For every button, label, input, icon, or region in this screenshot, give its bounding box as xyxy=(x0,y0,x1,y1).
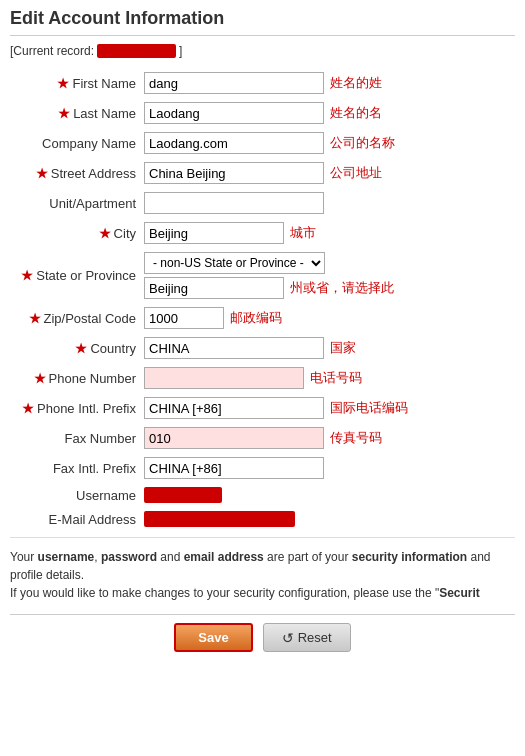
table-row: Fax Intl. Prefix xyxy=(10,453,515,483)
note-text: Your username, password and email addres… xyxy=(10,548,515,584)
phone-intl-input[interactable] xyxy=(144,397,324,419)
unit-apartment-input-cell xyxy=(144,192,511,214)
city-label: ★City xyxy=(10,218,140,248)
required-star: ★ xyxy=(75,341,87,356)
last-name-label: ★Last Name xyxy=(10,98,140,128)
page-title: Edit Account Information xyxy=(10,8,515,36)
table-row: ★Phone Intl. Prefix 国际电话编码 xyxy=(10,393,515,423)
current-record-row: [Current record: HIDDEN ] xyxy=(10,44,515,58)
unit-apartment-label: Unit/Apartment xyxy=(10,188,140,218)
required-star: ★ xyxy=(36,166,48,181)
table-row: ★Last Name 姓名的名 xyxy=(10,98,515,128)
street-address-input[interactable] xyxy=(144,162,324,184)
state-select[interactable]: - non-US State or Province - xyxy=(144,252,325,274)
required-star: ★ xyxy=(21,268,33,283)
zip-input[interactable] xyxy=(144,307,224,329)
table-row: E-Mail Address xyxy=(10,507,515,531)
street-address-annotation: 公司地址 xyxy=(330,164,382,182)
username-input-cell xyxy=(144,487,511,503)
note-text2: If you would like to make changes to you… xyxy=(10,584,515,602)
company-name-input[interactable] xyxy=(144,132,324,154)
table-row: ★First Name 姓名的姓 xyxy=(10,68,515,98)
email-input-cell xyxy=(144,511,511,527)
username-value xyxy=(144,487,222,503)
phone-input[interactable] xyxy=(144,367,304,389)
phone-annotation: 电话号码 xyxy=(310,369,362,387)
fax-intl-label: Fax Intl. Prefix xyxy=(10,453,140,483)
last-name-annotation: 姓名的名 xyxy=(330,104,382,122)
table-row: ★State or Province - non-US State or Pro… xyxy=(10,248,515,303)
reset-arrow-icon: ↺ xyxy=(282,630,294,646)
required-star: ★ xyxy=(29,311,41,326)
fax-input[interactable] xyxy=(144,427,324,449)
reset-button[interactable]: ↺ Reset xyxy=(263,623,351,652)
table-row: ★City 城市 xyxy=(10,218,515,248)
phone-intl-label: ★Phone Intl. Prefix xyxy=(10,393,140,423)
phone-label: ★Phone Number xyxy=(10,363,140,393)
fax-input-cell: 传真号码 xyxy=(144,427,511,449)
email-value xyxy=(144,511,295,527)
zip-label: ★Zip/Postal Code xyxy=(10,303,140,333)
zip-input-cell: 邮政编码 xyxy=(144,307,511,329)
first-name-label: ★First Name xyxy=(10,68,140,98)
save-button[interactable]: Save xyxy=(174,623,252,652)
country-input-cell: 国家 xyxy=(144,337,511,359)
phone-input-cell: 电话号码 xyxy=(144,367,511,389)
current-record-label: [Current record: xyxy=(10,44,94,58)
record-id: HIDDEN xyxy=(97,44,175,58)
city-annotation: 城市 xyxy=(290,224,316,242)
state-label: ★State or Province xyxy=(10,248,140,303)
zip-annotation: 邮政编码 xyxy=(230,309,282,327)
state-input-group: - non-US State or Province - 州或省，请选择此 xyxy=(144,252,511,299)
company-name-label: Company Name xyxy=(10,128,140,158)
table-row: ★Country 国家 xyxy=(10,333,515,363)
username-label: Username xyxy=(10,483,140,507)
country-input[interactable] xyxy=(144,337,324,359)
reset-label: Reset xyxy=(298,630,332,645)
table-row: Fax Number 传真号码 xyxy=(10,423,515,453)
bottom-note: Your username, password and email addres… xyxy=(10,548,515,602)
company-name-input-cell: 公司的名称 xyxy=(144,132,511,154)
page-container: Edit Account Information [Current record… xyxy=(0,0,525,668)
required-star: ★ xyxy=(99,226,111,241)
first-name-annotation: 姓名的姓 xyxy=(330,74,382,92)
email-label: E-Mail Address xyxy=(10,507,140,531)
unit-apartment-input[interactable] xyxy=(144,192,324,214)
company-name-annotation: 公司的名称 xyxy=(330,134,395,152)
first-name-input[interactable] xyxy=(144,72,324,94)
required-star: ★ xyxy=(58,106,70,121)
street-address-input-cell: 公司地址 xyxy=(144,162,511,184)
table-row: Company Name 公司的名称 xyxy=(10,128,515,158)
fax-label: Fax Number xyxy=(10,423,140,453)
table-row: ★Street Address 公司地址 xyxy=(10,158,515,188)
last-name-input[interactable] xyxy=(144,102,324,124)
table-row: Username xyxy=(10,483,515,507)
table-row: ★Phone Number 电话号码 xyxy=(10,363,515,393)
street-address-label: ★Street Address xyxy=(10,158,140,188)
table-row: ★Zip/Postal Code 邮政编码 xyxy=(10,303,515,333)
required-star: ★ xyxy=(22,401,34,416)
divider xyxy=(10,537,515,538)
country-label: ★Country xyxy=(10,333,140,363)
fax-intl-input-cell xyxy=(144,457,511,479)
required-star: ★ xyxy=(57,76,69,91)
city-input[interactable] xyxy=(144,222,284,244)
table-row: Unit/Apartment xyxy=(10,188,515,218)
city-input-cell: 城市 xyxy=(144,222,511,244)
fax-annotation: 传真号码 xyxy=(330,429,382,447)
country-annotation: 国家 xyxy=(330,339,356,357)
phone-intl-annotation: 国际电话编码 xyxy=(330,399,408,417)
last-name-input-cell: 姓名的名 xyxy=(144,102,511,124)
first-name-input-cell: 姓名的姓 xyxy=(144,72,511,94)
state-annotation: 州或省，请选择此 xyxy=(290,279,394,297)
form-table: ★First Name 姓名的姓 ★Last Name 姓名的名 xyxy=(10,68,515,531)
fax-intl-input[interactable] xyxy=(144,457,324,479)
bottom-buttons: Save ↺ Reset xyxy=(10,614,515,660)
required-star: ★ xyxy=(34,371,46,386)
phone-intl-input-cell: 国际电话编码 xyxy=(144,397,511,419)
state-text-input[interactable] xyxy=(144,277,284,299)
